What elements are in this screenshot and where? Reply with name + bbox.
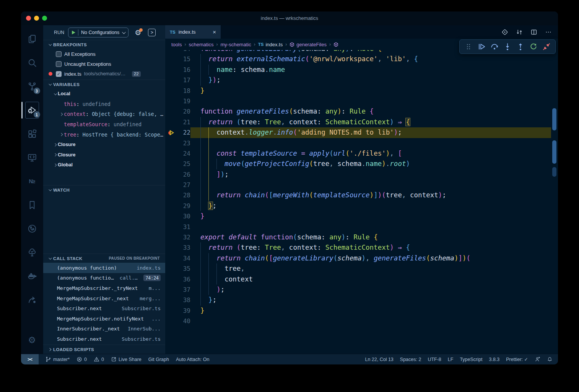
activity-explorer-icon[interactable] bbox=[23, 29, 41, 49]
breakpoint-gutter[interactable] bbox=[165, 242, 177, 253]
line-number[interactable]: 24 bbox=[177, 148, 190, 159]
breakpoint-gutter[interactable] bbox=[165, 253, 177, 264]
breakpoint-gutter[interactable] bbox=[165, 201, 177, 211]
line-number[interactable]: 40 bbox=[177, 316, 190, 326]
overview-ruler[interactable] bbox=[552, 50, 557, 354]
line-number[interactable]: 30 bbox=[177, 211, 190, 221]
line-number[interactable]: 25 bbox=[177, 159, 190, 169]
step-out-icon[interactable] bbox=[516, 42, 525, 52]
call-stack-header[interactable]: CALL STACK PAUSED ON BREAKPOINT bbox=[43, 254, 165, 263]
status-branch-icon[interactable]: master* bbox=[46, 356, 70, 362]
line-number[interactable]: 18 bbox=[177, 86, 190, 96]
call-stack-frame[interactable]: MergeMapSubscriber._nextmerg... bbox=[43, 293, 165, 304]
line-number[interactable]: 21 bbox=[177, 117, 190, 127]
code-text[interactable]: function generateFiles(schema: any): Rul… bbox=[190, 106, 551, 117]
line-number[interactable]: 29 bbox=[177, 201, 190, 211]
disconnect-icon[interactable] bbox=[542, 42, 551, 52]
breakpoint-gutter[interactable] bbox=[165, 264, 177, 274]
breadcrumb-item[interactable]: TSindex.ts bbox=[258, 42, 283, 47]
call-stack-frame[interactable]: MergeMapSubscriber._tryNextm... bbox=[43, 283, 165, 293]
continue-icon[interactable] bbox=[477, 42, 486, 52]
status-item-spaces-2[interactable]: Spaces: 2 bbox=[400, 357, 421, 362]
debug-settings-gear-icon[interactable]: ⚙ bbox=[135, 29, 141, 36]
breakpoint-gutter[interactable] bbox=[165, 274, 177, 285]
code-text[interactable] bbox=[190, 180, 551, 190]
breakpoint-gutter[interactable] bbox=[165, 127, 177, 138]
variable-row[interactable]: context: Object {debug: false, en… bbox=[43, 109, 165, 119]
breakpoint-gutter[interactable] bbox=[165, 138, 177, 148]
activity-settings-gear-icon[interactable]: ⚙ bbox=[23, 330, 41, 350]
breakpoint-gutter[interactable] bbox=[165, 306, 177, 316]
code-text[interactable]: return (tree: Tree, context: SchematicCo… bbox=[190, 117, 551, 127]
breakpoint-gutter[interactable] bbox=[165, 50, 177, 54]
breadcrumb-item[interactable]: generateFiles bbox=[290, 42, 327, 47]
call-stack-frame[interactable]: MergeMapSubscriber.notifyNext... bbox=[43, 314, 165, 324]
line-number[interactable]: 37 bbox=[177, 285, 190, 295]
breakpoint-gutter[interactable] bbox=[165, 117, 177, 127]
status-error-icon[interactable]: 0 bbox=[76, 356, 87, 362]
code-text[interactable] bbox=[190, 138, 551, 148]
code-text[interactable]: tree, bbox=[190, 264, 551, 274]
code-text[interactable]: export default function(schema: any): Ru… bbox=[190, 232, 551, 242]
breakpoint-gutter[interactable] bbox=[165, 211, 177, 221]
breakpoint-gutter[interactable] bbox=[165, 295, 177, 305]
line-number[interactable]: 39 bbox=[177, 306, 190, 316]
breakpoint-gutter[interactable] bbox=[165, 169, 177, 180]
call-stack-frame[interactable]: Subscriber.nextSubscriber.ts bbox=[43, 334, 165, 344]
call-stack-frame[interactable]: InnerSubscriber._nextInnerSub... bbox=[43, 324, 165, 334]
code-text[interactable]: }); bbox=[190, 75, 551, 85]
breakpoints-header[interactable]: BREAKPOINTS bbox=[43, 40, 165, 49]
code-text[interactable]: } bbox=[190, 211, 551, 221]
code-text[interactable]: }; bbox=[190, 201, 551, 211]
code-text[interactable] bbox=[190, 222, 551, 232]
split-editor-icon[interactable] bbox=[530, 29, 537, 36]
variable-row[interactable]: this: undefined bbox=[43, 99, 165, 109]
breakpoint-checkbox[interactable]: ✓ bbox=[56, 71, 62, 77]
breadcrumb-item[interactable]: schematics bbox=[189, 42, 213, 47]
code-text[interactable]: return chain([generateLibrary(schema), g… bbox=[190, 253, 551, 264]
breadcrumb-item[interactable] bbox=[333, 42, 340, 47]
drag-grip-icon[interactable] bbox=[464, 42, 473, 52]
code-text[interactable]: } bbox=[190, 306, 551, 316]
activity-bookmarks-icon[interactable] bbox=[23, 195, 41, 215]
status-item-prettier-[interactable]: Prettier: ✓ bbox=[506, 356, 528, 362]
line-number[interactable]: 31 bbox=[177, 222, 190, 232]
variable-row[interactable]: templateSource: undefined bbox=[43, 119, 165, 130]
code-text[interactable]: return chain([mergeWith(templateSource)]… bbox=[190, 190, 551, 200]
chevron-right-icon[interactable] bbox=[54, 153, 57, 156]
breakpoint-gutter[interactable] bbox=[165, 75, 177, 85]
line-number[interactable]: 36 bbox=[177, 274, 190, 285]
activity-search-icon[interactable] bbox=[23, 53, 41, 73]
line-number[interactable]: 20 bbox=[177, 106, 190, 117]
line-number[interactable]: 19 bbox=[177, 96, 190, 106]
breakpoint-gutter[interactable] bbox=[165, 148, 177, 159]
activity-docker-icon[interactable] bbox=[23, 266, 41, 286]
line-number[interactable]: 28 bbox=[177, 190, 190, 200]
breakpoint-gutter[interactable] bbox=[165, 54, 177, 64]
breakpoint-gutter[interactable] bbox=[165, 65, 177, 75]
code-text[interactable]: }; bbox=[190, 295, 551, 305]
code-text[interactable]: context.logger.info('adding NOTES.md to … bbox=[190, 127, 551, 138]
chevron-right-icon[interactable] bbox=[54, 143, 57, 146]
loaded-scripts-header[interactable]: LOADED SCRIPTS bbox=[43, 345, 165, 354]
chevron-right-icon[interactable] bbox=[60, 113, 63, 116]
activity-nx-console-icon[interactable]: N≥ bbox=[23, 171, 41, 191]
line-number[interactable]: 15 bbox=[177, 54, 190, 64]
breakpoint-checkbox[interactable] bbox=[56, 51, 62, 57]
variable-row[interactable]: Global bbox=[43, 160, 165, 170]
chevron-right-icon[interactable] bbox=[60, 133, 63, 136]
status-remote-icon[interactable]: >< bbox=[21, 354, 39, 365]
breakpoint-checkbox[interactable] bbox=[56, 61, 62, 67]
code-text[interactable] bbox=[190, 316, 551, 326]
activity-testing-tree-icon[interactable] bbox=[23, 242, 41, 262]
restart-icon[interactable] bbox=[529, 42, 538, 52]
chevron-right-icon[interactable] bbox=[54, 164, 57, 167]
compare-changes-icon[interactable] bbox=[516, 29, 523, 36]
line-number[interactable]: 26 bbox=[177, 169, 190, 180]
more-actions-icon[interactable] bbox=[545, 29, 552, 36]
close-tab-icon[interactable]: × bbox=[213, 29, 216, 35]
start-debug-icon[interactable] bbox=[72, 31, 75, 34]
line-number[interactable]: 17 bbox=[177, 75, 190, 85]
breakpoint-gutter[interactable] bbox=[165, 316, 177, 326]
breakpoint-row[interactable]: ✓index.tstools/schematics/my-sch...22 bbox=[43, 69, 165, 79]
